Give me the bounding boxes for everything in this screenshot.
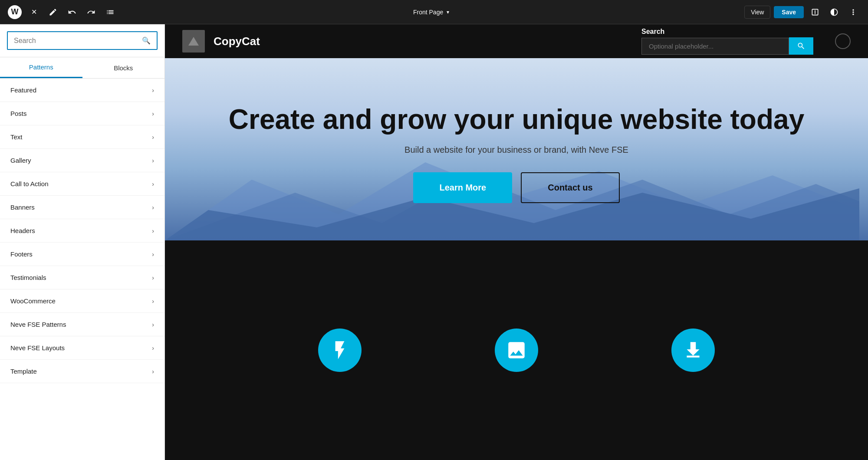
chevron-right-icon: › (152, 345, 154, 352)
sidebar-item-label: Gallery (10, 157, 31, 164)
hero-section: Create and grow your unique website toda… (165, 58, 868, 240)
wp-logo[interactable]: W (7, 4, 23, 20)
view-button[interactable]: View (744, 6, 770, 19)
search-input[interactable] (8, 33, 136, 49)
chevron-right-icon: › (152, 204, 154, 211)
hero-title: Create and grow your unique website toda… (229, 104, 804, 135)
chevron-right-icon: › (152, 134, 154, 141)
bottom-bar (165, 240, 868, 460)
hero-buttons: Learn More Contact us (229, 172, 804, 203)
sidebar-item-label: Neve FSE Layouts (10, 344, 65, 352)
topbar-center: Front Page ▾ (122, 9, 741, 16)
site-search-section: Search (641, 28, 813, 55)
list-view-button[interactable] (102, 4, 118, 20)
chevron-right-icon: › (152, 298, 154, 305)
chevron-right-icon: › (152, 368, 154, 375)
site-search-button[interactable] (789, 37, 813, 55)
chevron-right-icon: › (152, 87, 154, 94)
main-layout: 🔍 Patterns Blocks Featured › Posts › Tex… (0, 24, 868, 460)
sidebar-list: Featured › Posts › Text › Gallery › Call… (0, 79, 164, 460)
chevron-right-icon: › (152, 321, 154, 328)
search-input-wrap: 🔍 (7, 31, 158, 50)
sidebar-item-label: WooCommerce (10, 297, 56, 305)
feature-icon-3 (671, 329, 715, 372)
sidebar-item-label: Testimonials (10, 274, 46, 281)
site-search-input[interactable] (641, 38, 789, 55)
sidebar-item-posts[interactable]: Posts › (0, 102, 164, 125)
flash-icon (329, 339, 351, 361)
sidebar-item-label: Posts (10, 110, 27, 117)
sidebar-item-label: Call to Action (10, 180, 49, 187)
sidebar-item-label: Featured (10, 86, 36, 94)
undo-button[interactable] (64, 4, 80, 20)
sidebar-item-label: Text (10, 133, 23, 141)
sidebar-item-label: Banners (10, 204, 35, 211)
logo-triangle-icon (188, 37, 199, 46)
circle-icon (835, 33, 851, 49)
feature-icon-2 (495, 329, 538, 372)
sidebar-item-footers[interactable]: Footers › (0, 243, 164, 266)
feature-icon-1 (318, 329, 362, 372)
wp-logo-icon: W (8, 5, 22, 19)
sidebar-item-woocommerce[interactable]: WooCommerce › (0, 289, 164, 313)
chevron-right-icon: › (152, 110, 154, 117)
tab-blocks[interactable]: Blocks (82, 57, 165, 78)
sidebar-item-template[interactable]: Template › (0, 360, 164, 383)
site-search-label: Search (641, 28, 813, 36)
sidebar-item-label: Template (10, 368, 37, 375)
redo-button[interactable] (83, 4, 99, 20)
site-logo (182, 30, 205, 53)
site-name: CopyCat (214, 35, 260, 48)
sidebar-item-featured[interactable]: Featured › (0, 79, 164, 102)
download-icon (682, 339, 704, 361)
sidebar-search-area: 🔍 (0, 24, 164, 57)
tab-patterns[interactable]: Patterns (0, 57, 82, 78)
site-header-bar: CopyCat Search (165, 24, 868, 58)
sidebar-item-neve-fse-layouts[interactable]: Neve FSE Layouts › (0, 336, 164, 360)
chevron-right-icon: › (152, 251, 154, 258)
sidebar-item-neve-fse-patterns[interactable]: Neve FSE Patterns › (0, 313, 164, 336)
image-icon (506, 339, 527, 361)
save-button[interactable]: Save (774, 6, 804, 18)
hero-content: Create and grow your unique website toda… (229, 104, 804, 203)
sidebar-item-label: Neve FSE Patterns (10, 321, 66, 328)
sidebar-item-testimonials[interactable]: Testimonials › (0, 266, 164, 289)
edit-icon-button[interactable] (45, 4, 61, 20)
sidebar-toggle-button[interactable] (807, 4, 823, 20)
canvas-area: CopyCat Search Create and g (165, 24, 868, 460)
chevron-right-icon: › (152, 157, 154, 164)
chevron-right-icon: › (152, 227, 154, 234)
contrast-toggle-button[interactable] (826, 4, 842, 20)
more-options-button[interactable] (845, 4, 861, 20)
page-title: Front Page (413, 9, 443, 16)
sidebar-item-banners[interactable]: Banners › (0, 196, 164, 219)
sidebar-item-label: Headers (10, 227, 35, 234)
search-button[interactable]: 🔍 (136, 32, 157, 49)
contact-us-button[interactable]: Contact us (521, 172, 619, 203)
learn-more-button[interactable]: Learn More (413, 172, 512, 203)
sidebar-item-label: Footers (10, 250, 33, 258)
page-title-chevron[interactable]: ▾ (447, 9, 449, 15)
topbar: W ✕ Front Page ▾ View Save (0, 0, 868, 24)
sidebar-item-gallery[interactable]: Gallery › (0, 149, 164, 172)
site-search-input-wrap (641, 37, 813, 55)
sidebar-item-text[interactable]: Text › (0, 125, 164, 149)
sidebar-tabs: Patterns Blocks (0, 57, 164, 79)
chevron-right-icon: › (152, 274, 154, 281)
chevron-right-icon: › (152, 181, 154, 187)
topbar-right: View Save (744, 4, 861, 20)
close-button[interactable]: ✕ (26, 4, 42, 20)
sidebar-item-headers[interactable]: Headers › (0, 219, 164, 243)
hero-subtitle: Build a website for your business or bra… (229, 145, 804, 155)
sidebar: 🔍 Patterns Blocks Featured › Posts › Tex… (0, 24, 165, 460)
sidebar-item-call-to-action[interactable]: Call to Action › (0, 172, 164, 196)
